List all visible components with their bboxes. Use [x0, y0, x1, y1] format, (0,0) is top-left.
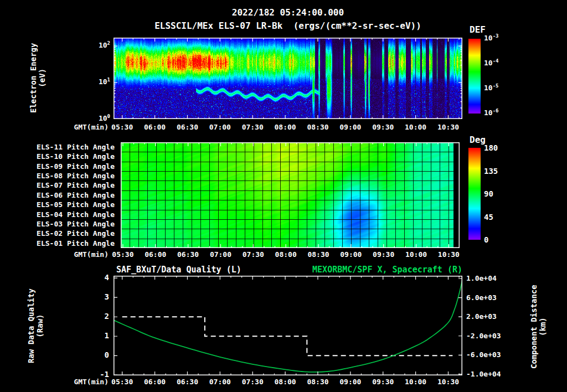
electron-spectrogram-canvas — [114, 38, 462, 119]
quality-spacecraft-canvas — [114, 276, 462, 375]
spectrogram-title: ELSSCIL/MEx ELS-07 LR-Bk (ergs/(cm**2-sr… — [114, 20, 462, 31]
time-tick-label: 06:00 — [145, 250, 166, 259]
time-tick-label: 07:00 — [209, 123, 231, 131]
plot-page: { "header": { "title": "2022/182 05:24:0… — [0, 0, 567, 392]
energy-tick-label: 101 — [99, 78, 110, 86]
quality-tick-label: 2 — [105, 312, 109, 321]
pitch-row-label: ELS-02 Pitch Angle — [22, 229, 115, 238]
time-tick-label: 08:00 — [275, 123, 296, 131]
pitch-row-label: ELS-08 Pitch Angle — [22, 171, 115, 180]
time-tick-label: 07:30 — [242, 378, 264, 386]
pitch-row-label: ELS-03 Pitch Angle — [22, 219, 115, 229]
deg-colorbar-tick-label: 45 — [484, 213, 493, 221]
def-colorbar-tick-label: 10-3 — [484, 34, 499, 42]
time-tick-label: 09:30 — [373, 250, 394, 259]
pitch-row-label: ELS-01 Pitch Angle — [22, 239, 115, 248]
time-tick-label: 08:00 — [275, 250, 297, 259]
line-panel-right-axis-label: Component Distance (km) — [529, 285, 547, 369]
quality-tick-label: 0 — [105, 350, 109, 359]
quality-tick-label: 1 — [105, 331, 109, 340]
distance-tick-label: -1.0e+04 — [466, 370, 501, 378]
deg-colorbar-title: Deg — [470, 135, 486, 145]
deg-colorbar-tick-label: 90 — [484, 189, 493, 198]
time-tick-label: 05:30 — [112, 250, 133, 259]
time-tick-label: 08:30 — [307, 250, 329, 259]
def-colorbar-title: DEF — [470, 24, 486, 35]
time-tick-label: 10:00 — [405, 123, 426, 131]
distance-tick-label: 6.0e+03 — [466, 293, 497, 302]
time-tick-label: 10:00 — [405, 378, 426, 386]
energy-tick-label: 102 — [99, 41, 110, 49]
time-tick-label: 09:00 — [340, 250, 362, 259]
deg-colorbar-tick-label: 0 — [484, 235, 488, 244]
time-tick-label: 08:30 — [307, 378, 328, 386]
quality-tick-label: -1 — [100, 370, 109, 379]
pitch-row-label: ELS-10 Pitch Angle — [22, 152, 115, 161]
deg-colorbar — [468, 148, 481, 240]
time-tick-label: 06:30 — [177, 250, 199, 259]
gmt-axis-label-top: GMT(min) — [65, 123, 109, 131]
quality-tick-label: 4 — [105, 273, 109, 282]
pitch-row-label: ELS-04 Pitch Angle — [22, 210, 115, 219]
time-tick-label: 09:00 — [339, 378, 361, 386]
time-tick-label: 10:30 — [438, 250, 460, 259]
deg-colorbar-tick-label: 180 — [484, 143, 498, 152]
distance-tick-label: 2.0e+03 — [466, 312, 497, 321]
pitch-row-label: ELS-06 Pitch Angle — [22, 190, 115, 200]
pitch-row-labels: ELS-11 Pitch AngleELS-10 Pitch AngleELS-… — [22, 142, 115, 248]
time-tick-label: 06:30 — [177, 123, 198, 131]
time-tick-label: 10:00 — [405, 250, 427, 259]
line-panel-left-title: SAF_BXuT/Data Quality (L) — [116, 265, 241, 275]
page-title: 2022/182 05:24:00.000 — [114, 7, 462, 18]
time-tick-label: 05:30 — [111, 378, 133, 386]
time-tick-label: 06:30 — [177, 378, 198, 386]
gmt-axis-label-middle: GMT(min) — [65, 250, 109, 259]
line-panel-right-title: MEXORBMC/SPF X, Spacecraft (R) — [288, 265, 462, 275]
pitch-row-label: ELS-09 Pitch Angle — [22, 162, 115, 171]
def-colorbar-tick-label: 10-6 — [484, 109, 499, 117]
time-tick-label: 07:00 — [210, 250, 231, 259]
def-colorbar-tick-label: 10-5 — [484, 84, 499, 92]
time-tick-label: 08:30 — [307, 123, 328, 131]
time-tick-label: 10:30 — [437, 123, 459, 131]
pitch-row-label: ELS-07 Pitch Angle — [22, 180, 115, 190]
line-panel-left-axis-label: Raw Data Quality (Raw) — [27, 288, 44, 363]
time-tick-label: 07:30 — [242, 123, 264, 131]
deg-colorbar-tick-label: 135 — [484, 167, 498, 176]
time-tick-label: 08:00 — [275, 378, 296, 386]
def-colorbar — [468, 39, 481, 114]
pitch-row-label: ELS-05 Pitch Angle — [22, 200, 115, 209]
time-tick-label: 06:00 — [144, 123, 166, 131]
time-tick-label: 09:00 — [339, 123, 361, 131]
pitch-angle-canvas — [121, 142, 460, 248]
time-tick-label: 09:30 — [372, 378, 394, 386]
energy-tick-label: 100 — [99, 114, 110, 122]
time-tick-label: 09:30 — [372, 123, 394, 131]
distance-tick-label: 1.0e+04 — [466, 274, 497, 282]
spectrogram-y-axis-label: Electron Energy (eV) — [29, 43, 47, 113]
distance-tick-label: -6.0e+03 — [466, 350, 501, 359]
def-colorbar-tick-label: 10-4 — [484, 59, 499, 67]
time-tick-label: 06:00 — [144, 378, 166, 386]
time-tick-label: 10:30 — [437, 378, 459, 386]
distance-tick-label: -2.0e+03 — [466, 332, 501, 340]
quality-tick-label: 3 — [105, 292, 109, 301]
pitch-row-label: ELS-11 Pitch Angle — [22, 142, 115, 152]
time-tick-label: 07:00 — [209, 378, 231, 386]
time-tick-label: 05:30 — [111, 123, 133, 131]
time-tick-label: 07:30 — [243, 250, 264, 259]
